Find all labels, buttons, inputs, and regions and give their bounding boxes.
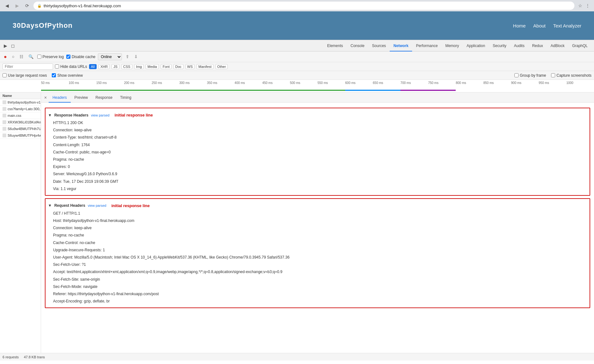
preserve-log-label[interactable]: Preserve log: [37, 55, 64, 59]
import-button[interactable]: ⇧: [124, 54, 130, 60]
tl-800ms: 800 ms: [456, 81, 483, 85]
panel-close-button[interactable]: ×: [42, 95, 49, 100]
name-column-header: Name: [0, 92, 41, 99]
resp-header-cache-control: Cache-Control: public, max-age=0: [48, 149, 587, 156]
bookmark-icon[interactable]: ☆: [577, 3, 583, 9]
response-triangle-icon: ▼: [48, 113, 52, 117]
record-button[interactable]: ●: [3, 53, 8, 60]
response-view-parsed-link[interactable]: view parsed: [91, 113, 110, 117]
filter-ws-btn[interactable]: WS: [185, 64, 195, 69]
filter-font-btn[interactable]: Font: [161, 64, 171, 69]
devtools-cursor-icon[interactable]: ▶: [3, 42, 9, 50]
filter-img-btn[interactable]: Img: [134, 64, 144, 69]
file-name: main.css: [8, 114, 21, 117]
site-title: 30DaysOfPython: [13, 21, 73, 30]
panel-tab-preview[interactable]: Preview: [71, 92, 92, 103]
preserve-log-checkbox[interactable]: [37, 55, 41, 59]
panel-content-area: ▼ Response Headers view parsed initial r…: [41, 103, 594, 313]
request-view-parsed-link[interactable]: view parsed: [88, 204, 106, 207]
address-bar[interactable]: 🔒 thirtydaysofpython-v1-final.herokuapp.…: [33, 2, 574, 10]
resp-header-content-length: Content-Length: 1764: [48, 141, 587, 149]
filter-toggle-button[interactable]: ☷: [18, 54, 25, 60]
group-by-frame-checkbox[interactable]: [514, 73, 519, 77]
resp-header-server: Server: Werkzeug/0.16.0 Python/3.6.9: [48, 170, 587, 178]
nav-home[interactable]: Home: [513, 23, 526, 28]
devtools-mobile-icon[interactable]: ◻: [10, 42, 16, 50]
request-headers-title[interactable]: ▼ Request Headers view parsed initial re…: [48, 201, 587, 210]
tab-adblock[interactable]: AdBlock: [547, 40, 568, 51]
file-icon: [3, 107, 6, 111]
tab-audits[interactable]: Audits: [510, 40, 528, 51]
show-overview-label[interactable]: Show overview: [52, 73, 83, 78]
tab-security[interactable]: Security: [489, 40, 510, 51]
request-headers-section: ▼ Request Headers view parsed initial re…: [45, 198, 590, 308]
throttle-select[interactable]: Online Fast 3G Slow 3G Offline: [98, 53, 122, 60]
export-button[interactable]: ⇩: [133, 54, 139, 60]
panel-tab-response[interactable]: Response: [92, 92, 116, 103]
tab-application[interactable]: Application: [463, 40, 489, 51]
response-headers-title[interactable]: ▼ Response Headers view parsed initial r…: [48, 111, 587, 119]
capture-screenshots-checkbox[interactable]: [551, 73, 555, 77]
tab-network[interactable]: Network: [390, 40, 412, 51]
preserve-log-text: Preserve log: [43, 55, 64, 59]
tab-performance[interactable]: Performance: [412, 40, 441, 51]
filter-input[interactable]: [3, 63, 53, 70]
filter-all-btn[interactable]: All: [89, 64, 97, 69]
filter-media-btn[interactable]: Media: [146, 64, 159, 69]
nav-text-analyzer[interactable]: Text Analyzer: [553, 23, 581, 28]
file-item[interactable]: S6uyw4BMUTPHjx4w...: [0, 132, 41, 139]
panel-tab-timing[interactable]: Timing: [116, 92, 135, 103]
clear-button[interactable]: ○: [11, 54, 16, 60]
tab-memory[interactable]: Memory: [441, 40, 463, 51]
tab-elements[interactable]: Elements: [323, 40, 347, 51]
large-rows-label[interactable]: Use large request rows: [3, 73, 47, 78]
file-item[interactable]: css?family=Lato:300,...: [0, 106, 41, 112]
tab-redux[interactable]: Redux: [528, 40, 547, 51]
req-header-user-agent: User-Agent: Mozilla/5.0 (Macintosh; Inte…: [48, 254, 587, 261]
network-filter-bar: Hide data URLs All XHR JS CSS Img Media …: [0, 62, 594, 71]
reload-button[interactable]: ⟳: [23, 2, 31, 9]
file-item[interactable]: XRXW3l6Li01BKofAn...: [0, 119, 41, 126]
search-button[interactable]: 🔍: [27, 54, 35, 60]
filter-doc-btn[interactable]: Doc: [173, 64, 183, 69]
group-by-frame-label[interactable]: Group by frame: [514, 73, 546, 78]
tl-900ms: 900 ms: [511, 81, 539, 85]
filter-xhr-btn[interactable]: XHR: [99, 64, 110, 69]
menu-icon[interactable]: ⋮: [585, 3, 591, 9]
network-toolbar: ● ○ ☷ 🔍 Preserve log Disable cache Onlin…: [0, 51, 594, 62]
file-name: S6uyw4BMUTPHjx4w...: [8, 134, 41, 137]
filter-js-btn[interactable]: JS: [111, 64, 119, 69]
headers-panel: × Headers Preview Response Timing ▼ Resp…: [41, 92, 594, 353]
tab-console[interactable]: Console: [347, 40, 368, 51]
filter-css-btn[interactable]: CSS: [121, 64, 132, 69]
request-headers-label: Request Headers: [54, 203, 85, 208]
capture-screenshots-label[interactable]: Capture screenshots: [551, 73, 591, 78]
disable-cache-label[interactable]: Disable cache: [66, 55, 95, 59]
req-header-cache-control: Cache-Control: no-cache: [48, 239, 587, 247]
req-header-connection: Connection: keep-alive: [48, 224, 587, 232]
panel-tab-headers[interactable]: Headers: [49, 92, 70, 103]
tab-sources[interactable]: Sources: [368, 40, 390, 51]
back-button[interactable]: ◀: [3, 2, 11, 9]
hide-data-urls-checkbox[interactable]: [55, 64, 59, 69]
file-item[interactable]: S6u9w4BMUTPHh7U...: [0, 126, 41, 132]
browser-chrome: ◀ ▶ ⟳ 🔒 thirtydaysofpython-v1-final.hero…: [0, 0, 594, 11]
filter-manifest-btn[interactable]: Manifest: [196, 64, 213, 69]
hide-data-urls-label[interactable]: Hide data URLs: [55, 64, 87, 69]
forward-button[interactable]: ▶: [13, 2, 21, 9]
nav-about[interactable]: About: [533, 23, 546, 28]
file-item[interactable]: main.css: [0, 112, 41, 119]
file-item[interactable]: thirtydaysofpython-v1...: [0, 99, 41, 106]
timeline-labels: 50 ms 100 ms 150 ms 200 ms 250 ms 300 ms…: [0, 81, 594, 85]
site-nav: Home About Text Analyzer: [513, 23, 581, 28]
tl-550ms: 550 ms: [317, 81, 345, 85]
resp-header-connection: Connection: keep-alive: [48, 127, 587, 134]
tab-graphql[interactable]: GraphQL: [568, 40, 591, 51]
filter-other-btn[interactable]: Other: [215, 64, 228, 69]
large-rows-checkbox[interactable]: [3, 73, 7, 77]
req-header-host: Host: thirtydaysofpython-v1-final.heroku…: [48, 217, 587, 224]
show-overview-checkbox[interactable]: [52, 73, 56, 77]
req-header-accept-encoding: Accept-Encoding: gzip, deflate, br: [48, 298, 587, 305]
disable-cache-checkbox[interactable]: [66, 55, 70, 59]
file-icon: [3, 120, 6, 124]
